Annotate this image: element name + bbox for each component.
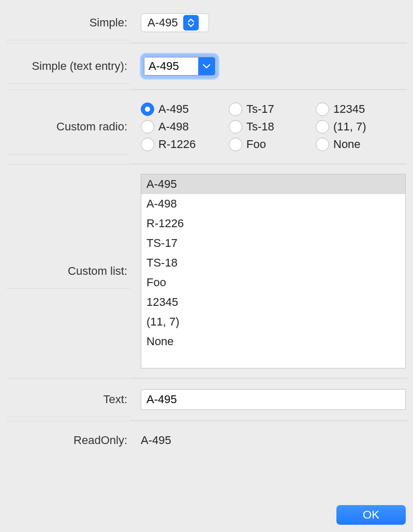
row-text: Text: bbox=[6, 379, 407, 421]
radio-option-label: None bbox=[333, 138, 361, 151]
radio-option-label: A-498 bbox=[158, 120, 189, 134]
radio-option[interactable]: Ts-17 bbox=[229, 102, 316, 116]
custom-listbox[interactable]: A-495A-498R-1226TS-17TS-18Foo12345(11, 7… bbox=[141, 174, 406, 368]
list-item[interactable]: A-495 bbox=[141, 174, 405, 194]
radio-circle-icon bbox=[141, 138, 154, 151]
radio-option-label: (11, 7) bbox=[333, 120, 366, 134]
chevron-down-icon bbox=[203, 64, 210, 69]
label-text: Text: bbox=[6, 382, 130, 417]
valcell-simple: A-495 bbox=[130, 3, 407, 43]
form-container: Simple: A-495 Simple (text entry): bbox=[0, 0, 413, 460]
radio-circle-icon bbox=[229, 138, 242, 151]
combo-dropdown-button[interactable] bbox=[198, 57, 215, 75]
row-custom-radio: Custom radio: A-495Ts-1712345A-498Ts-18(… bbox=[6, 90, 407, 165]
radio-option-label: Foo bbox=[246, 138, 266, 151]
list-item[interactable]: (11, 7) bbox=[141, 312, 405, 332]
radio-grid: A-495Ts-1712345A-498Ts-18(11, 7)R-1226Fo… bbox=[141, 100, 404, 153]
radio-option[interactable]: Foo bbox=[229, 138, 316, 151]
list-item[interactable]: R-1226 bbox=[141, 214, 405, 233]
label-custom-list: Custom list: bbox=[6, 254, 130, 289]
radio-option-label: Ts-17 bbox=[246, 102, 274, 116]
valcell-text bbox=[130, 379, 409, 421]
list-item[interactable]: TS-17 bbox=[141, 233, 405, 253]
readonly-value: A-495 bbox=[141, 432, 404, 449]
radio-circle-icon bbox=[316, 102, 329, 116]
simple-dropdown[interactable]: A-495 bbox=[141, 13, 209, 32]
radio-option-label: A-495 bbox=[158, 102, 189, 116]
radio-option-label: Ts-18 bbox=[246, 120, 274, 134]
radio-circle-icon bbox=[229, 102, 242, 116]
label-simple-text-entry: Simple (text entry): bbox=[6, 49, 130, 84]
row-simple: Simple: A-495 bbox=[6, 3, 407, 43]
list-item[interactable]: None bbox=[141, 332, 405, 351]
valcell-custom-list: A-495A-498R-1226TS-17TS-18Foo12345(11, 7… bbox=[130, 165, 409, 378]
valcell-readonly: A-495 bbox=[130, 421, 407, 460]
row-custom-list: Custom list: A-495A-498R-1226TS-17TS-18F… bbox=[6, 165, 407, 379]
updown-arrows-icon bbox=[183, 15, 199, 31]
row-simple-text-entry: Simple (text entry): bbox=[6, 43, 407, 90]
radio-circle-icon bbox=[316, 138, 329, 151]
label-simple: Simple: bbox=[6, 6, 130, 40]
radio-option[interactable]: Ts-18 bbox=[229, 120, 316, 134]
radio-circle-icon bbox=[316, 120, 329, 134]
combo-focus-ring bbox=[141, 54, 218, 79]
simple-dropdown-value: A-495 bbox=[148, 16, 182, 29]
radio-option[interactable]: (11, 7) bbox=[316, 120, 403, 134]
valcell-simple-text-entry bbox=[130, 43, 407, 90]
list-item[interactable]: Foo bbox=[141, 273, 405, 292]
simple-combo-input[interactable] bbox=[144, 57, 198, 75]
radio-circle-icon bbox=[229, 120, 242, 134]
valcell-custom-radio: A-495Ts-1712345A-498Ts-18(11, 7)R-1226Fo… bbox=[130, 90, 407, 164]
radio-option-label: 12345 bbox=[333, 102, 365, 116]
list-item[interactable]: A-498 bbox=[141, 194, 405, 214]
simple-combo[interactable] bbox=[144, 57, 215, 76]
radio-option[interactable]: None bbox=[316, 138, 403, 151]
radio-circle-icon bbox=[141, 102, 154, 116]
label-custom-radio: Custom radio: bbox=[6, 99, 130, 155]
ok-button[interactable]: OK bbox=[336, 505, 406, 525]
list-item[interactable]: 12345 bbox=[141, 292, 405, 312]
radio-option[interactable]: A-498 bbox=[141, 120, 229, 134]
radio-option[interactable]: R-1226 bbox=[141, 138, 229, 151]
radio-option[interactable]: 12345 bbox=[316, 102, 403, 116]
row-readonly: ReadOnly: A-495 bbox=[6, 421, 407, 460]
text-input[interactable] bbox=[141, 389, 406, 410]
radio-circle-icon bbox=[141, 120, 154, 134]
list-item[interactable]: TS-18 bbox=[141, 253, 405, 273]
radio-option[interactable]: A-495 bbox=[141, 102, 229, 116]
radio-option-label: R-1226 bbox=[158, 138, 196, 151]
label-readonly: ReadOnly: bbox=[6, 423, 130, 457]
